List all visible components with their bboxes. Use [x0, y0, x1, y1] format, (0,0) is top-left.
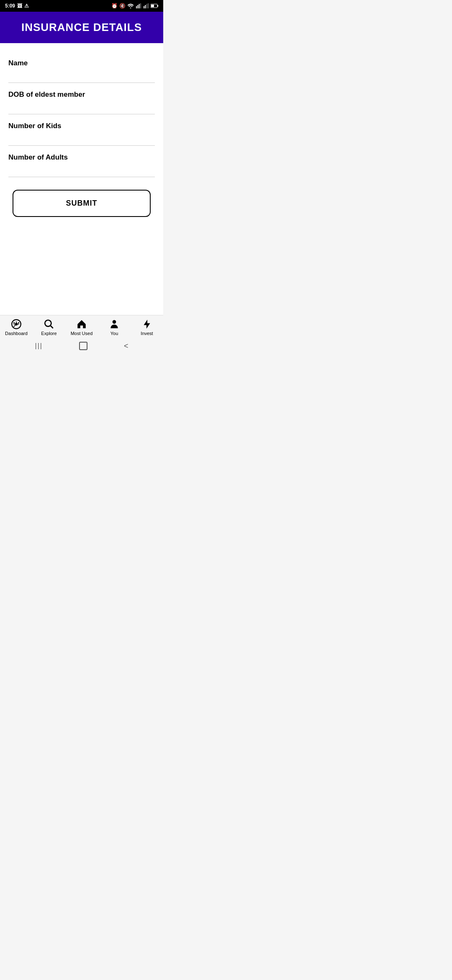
- kids-label: Number of Kids: [8, 122, 155, 130]
- submit-button[interactable]: SUBMIT: [13, 190, 151, 217]
- nav-label-most-used: Most Used: [71, 331, 93, 336]
- nav-label-explore: Explore: [41, 331, 56, 336]
- page-header: INSURANCE DETAILS: [0, 12, 163, 43]
- nav-label-you: You: [110, 331, 118, 336]
- battery-icon: [151, 3, 158, 8]
- adults-label: Number of Adults: [8, 153, 155, 162]
- system-home-icon[interactable]: [79, 342, 87, 350]
- svg-point-14: [18, 322, 19, 323]
- dob-field: DOB of eldest member: [8, 83, 155, 114]
- status-left: 5:09 🖼 ⚠: [5, 3, 29, 9]
- svg-point-13: [13, 322, 15, 323]
- signal-icon-2: [143, 3, 149, 8]
- dashboard-icon: [11, 319, 22, 330]
- svg-rect-6: [146, 4, 147, 8]
- warning-icon: ⚠: [24, 3, 29, 9]
- nav-item-most-used[interactable]: Most Used: [69, 319, 94, 336]
- adults-input[interactable]: [8, 162, 155, 172]
- bottom-nav: Dashboard Explore Most Used You Invest: [0, 315, 163, 338]
- nav-label-invest: Invest: [141, 331, 153, 336]
- home-icon: [76, 319, 87, 330]
- svg-point-15: [45, 320, 51, 326]
- search-icon: [44, 319, 54, 330]
- svg-rect-9: [157, 5, 158, 7]
- svg-rect-10: [151, 5, 154, 7]
- system-nav: ||| <: [0, 338, 163, 353]
- svg-rect-1: [137, 5, 138, 8]
- bolt-icon: [141, 319, 152, 330]
- name-label: Name: [8, 59, 155, 67]
- nav-item-dashboard[interactable]: Dashboard: [4, 319, 29, 336]
- gallery-icon: 🖼: [17, 3, 22, 9]
- nav-label-dashboard: Dashboard: [5, 331, 28, 336]
- mute-icon: 🔇: [119, 3, 126, 9]
- nav-item-explore[interactable]: Explore: [36, 319, 62, 336]
- system-back-icon[interactable]: <: [124, 342, 128, 351]
- adults-field: Number of Adults: [8, 146, 155, 177]
- person-icon: [109, 319, 120, 330]
- svg-rect-2: [139, 4, 140, 8]
- svg-line-16: [51, 326, 53, 328]
- svg-rect-3: [140, 3, 141, 8]
- svg-rect-5: [145, 5, 146, 8]
- kids-input[interactable]: [8, 130, 155, 140]
- status-right: ⏰ 🔇: [111, 3, 158, 9]
- wifi-icon: [127, 3, 134, 8]
- signal-icon-1: [136, 3, 141, 8]
- nav-item-you[interactable]: You: [102, 319, 127, 336]
- svg-rect-0: [136, 6, 137, 8]
- svg-point-17: [113, 320, 116, 324]
- status-bar: 5:09 🖼 ⚠ ⏰ 🔇: [0, 0, 163, 12]
- system-menu-icon[interactable]: |||: [35, 342, 43, 350]
- dob-label: DOB of eldest member: [8, 90, 155, 99]
- nav-item-invest[interactable]: Invest: [134, 319, 159, 336]
- svg-rect-4: [144, 6, 144, 8]
- submit-section: SUBMIT: [8, 177, 155, 225]
- name-field: Name: [8, 52, 155, 83]
- name-input[interactable]: [8, 67, 155, 77]
- dob-input[interactable]: [8, 99, 155, 109]
- main-content: Name DOB of eldest member Number of Kids…: [0, 43, 163, 315]
- status-time: 5:09: [5, 3, 15, 9]
- page-title: INSURANCE DETAILS: [8, 21, 155, 34]
- svg-rect-7: [148, 3, 149, 8]
- kids-field: Number of Kids: [8, 114, 155, 146]
- alarm-icon: ⏰: [111, 3, 118, 9]
